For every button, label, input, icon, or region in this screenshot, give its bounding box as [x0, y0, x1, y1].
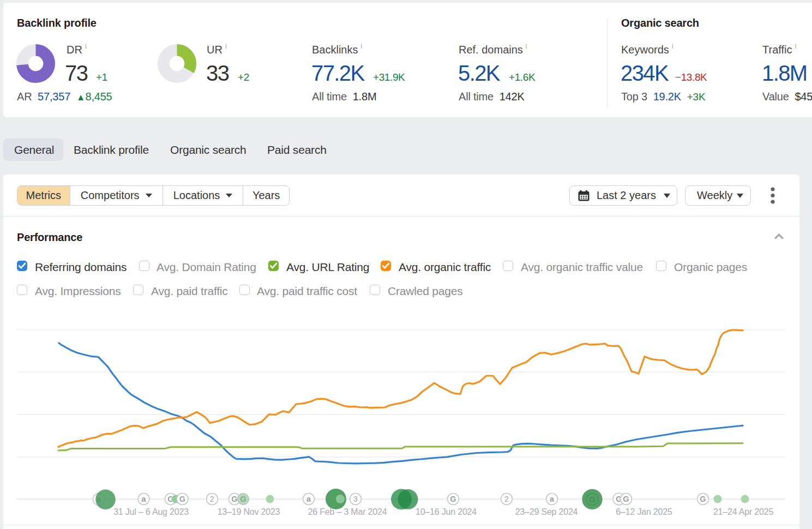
svg-text:a: a: [141, 494, 146, 503]
svg-text:6–12 Jan 2025: 6–12 Jan 2025: [616, 507, 672, 516]
svg-text:a: a: [306, 494, 311, 503]
svg-text:G: G: [231, 495, 237, 503]
svg-text:2: 2: [210, 495, 214, 503]
svg-text:2: 2: [504, 495, 509, 503]
svg-text:23–29 Sep 2024: 23–29 Sep 2024: [515, 507, 578, 516]
svg-text:13–19 Nov 2023: 13–19 Nov 2023: [218, 507, 280, 516]
svg-text:a: a: [550, 494, 555, 503]
svg-text:G: G: [450, 495, 456, 503]
svg-text:10–16 Jun 2024: 10–16 Jun 2024: [416, 507, 477, 516]
svg-text:21–24 Apr 2025: 21–24 Apr 2025: [713, 507, 773, 516]
svg-text:31 Jul – 6 Aug 2023: 31 Jul – 6 Aug 2023: [113, 507, 189, 516]
svg-text:26 Feb – 3 Mar 2024: 26 Feb – 3 Mar 2024: [308, 507, 387, 516]
svg-text:G: G: [589, 495, 595, 504]
svg-text:G: G: [700, 495, 706, 503]
svg-text:G: G: [240, 495, 246, 503]
svg-text:G: G: [623, 495, 629, 503]
svg-text:G: G: [179, 495, 185, 503]
svg-text:3: 3: [353, 495, 358, 503]
